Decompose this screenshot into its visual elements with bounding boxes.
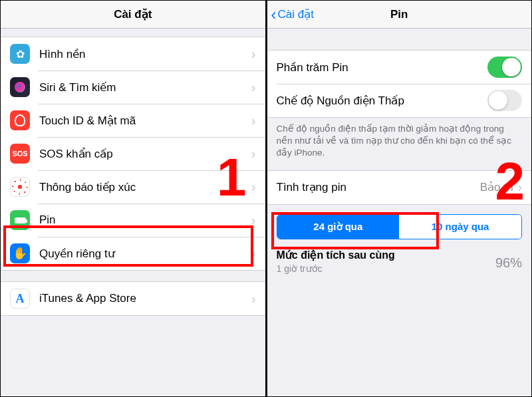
row-siri[interactable]: Siri & Tìm kiếm ›: [1, 70, 265, 104]
row-battery[interactable]: Pin ›: [1, 203, 265, 237]
sos-icon: SOS: [10, 144, 30, 164]
row-battery-label: Pin: [39, 213, 251, 227]
row-privacy-label: Quyền riêng tư: [39, 247, 251, 261]
battery-panel: ‹ Cài đặt Pin Phần trăm Pin Chế độ Nguồn…: [267, 1, 532, 396]
last-charge-title: Mức điện tích sau cùng: [277, 249, 495, 262]
row-appstore[interactable]: A iTunes & App Store ›: [1, 282, 265, 315]
privacy-icon: ✋: [10, 243, 30, 263]
chevron-right-icon: ›: [251, 291, 256, 307]
wallpaper-icon: ✿: [10, 44, 30, 64]
battery-health-label: Tình trạng pin: [277, 180, 480, 194]
last-charge-subtitle: 1 giờ trước: [277, 263, 495, 274]
row-battery-percent[interactable]: Phần trăm Pin: [267, 51, 532, 84]
back-label: Cài đặt: [278, 7, 314, 21]
row-wallpaper-label: Hình nền: [39, 47, 251, 61]
settings-header: Cài đặt: [1, 1, 265, 29]
battery-header: ‹ Cài đặt Pin: [267, 1, 532, 29]
row-touchid[interactable]: Touch ID & Mật mã ›: [1, 104, 265, 137]
chevron-right-icon: ›: [517, 180, 522, 195]
row-sos[interactable]: SOS SOS khẩn cấp ›: [1, 137, 265, 170]
settings-panel: Cài đặt ✿ Hình nền › Siri & Tìm kiếm › T…: [1, 1, 267, 396]
battery-percent-label: Phần trăm Pin: [277, 61, 488, 74]
chevron-right-icon: ›: [251, 180, 256, 195]
chevron-right-icon: ›: [251, 246, 256, 261]
chevron-left-icon: ‹: [271, 7, 277, 23]
row-exposure[interactable]: Thông báo tiếp xúc ›: [1, 170, 265, 203]
chevron-right-icon: ›: [251, 213, 256, 228]
row-siri-label: Siri & Tìm kiếm: [39, 80, 251, 94]
row-exposure-label: Thông báo tiếp xúc: [39, 180, 251, 194]
low-power-description: Chế độ nguồn điện thấp tạm thời giảm hoạ…: [267, 118, 532, 166]
seg-24h[interactable]: 24 giờ qua: [277, 215, 400, 239]
chevron-right-icon: ›: [251, 113, 256, 128]
row-battery-health[interactable]: Tình trạng pin Bảo trì ›: [267, 171, 532, 204]
battery-health-value: Bảo trì: [480, 180, 514, 194]
row-wallpaper[interactable]: ✿ Hình nền ›: [1, 37, 265, 70]
touchid-icon: [10, 110, 30, 130]
chevron-right-icon: ›: [251, 146, 256, 162]
dual-screenshot-container: Cài đặt ✿ Hình nền › Siri & Tìm kiếm › T…: [1, 1, 531, 396]
row-low-power[interactable]: Chế độ Nguồn điện Thấp: [267, 84, 532, 117]
battery-icon: [10, 210, 30, 230]
seg-10d[interactable]: 10 ngày qua: [399, 215, 521, 239]
siri-icon: [10, 77, 30, 97]
settings-group-main: ✿ Hình nền › Siri & Tìm kiếm › Touch ID …: [1, 37, 265, 271]
settings-title: Cài đặt: [114, 7, 152, 21]
last-charge-value: 96%: [495, 249, 522, 271]
time-range-segmented[interactable]: 24 giờ qua 10 ngày qua: [277, 214, 523, 239]
row-touchid-label: Touch ID & Mật mã: [39, 114, 251, 128]
exposure-icon: [10, 177, 30, 197]
battery-toggles-group: Phần trăm Pin Chế độ Nguồn điện Thấp: [267, 50, 532, 118]
chevron-right-icon: ›: [251, 80, 256, 95]
settings-group-store: A iTunes & App Store ›: [1, 281, 265, 316]
chevron-right-icon: ›: [251, 47, 256, 62]
low-power-label: Chế độ Nguồn điện Thấp: [277, 94, 488, 108]
row-sos-label: SOS khẩn cấp: [39, 147, 251, 161]
battery-title: Pin: [390, 8, 408, 21]
row-appstore-label: iTunes & App Store: [39, 292, 251, 305]
back-button[interactable]: ‹ Cài đặt: [271, 7, 314, 23]
appstore-icon: A: [10, 289, 30, 309]
row-privacy[interactable]: ✋ Quyền riêng tư ›: [1, 237, 265, 270]
low-power-toggle[interactable]: [487, 90, 522, 111]
battery-health-group: Tình trạng pin Bảo trì ›: [267, 170, 532, 205]
last-charge-section: Mức điện tích sau cùng 1 giờ trước 96%: [267, 239, 532, 277]
battery-percent-toggle[interactable]: [487, 57, 522, 78]
